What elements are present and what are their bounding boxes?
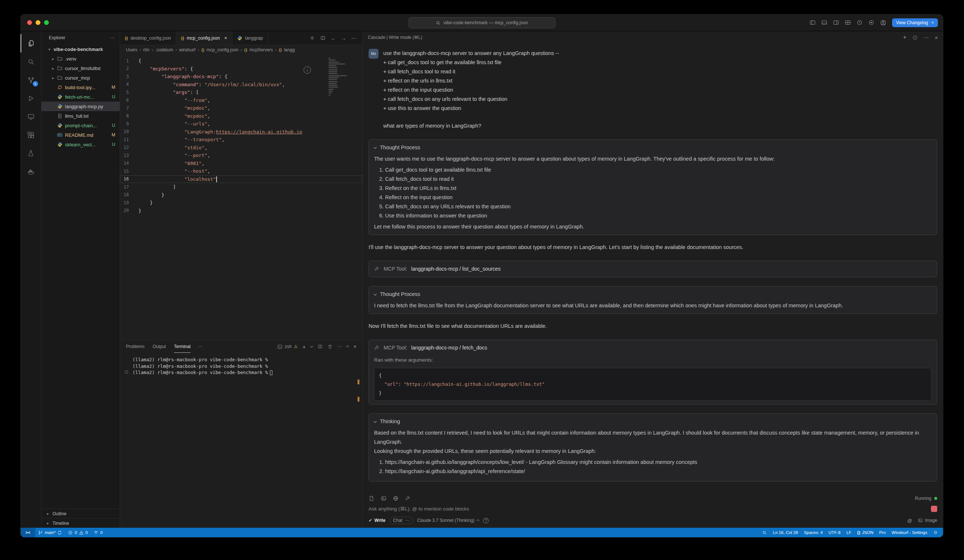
breadcrumb-item-rlm[interactable]: rlm (143, 47, 150, 52)
activity-extensions[interactable] (21, 126, 41, 144)
zoom-indicator[interactable] (759, 528, 770, 537)
remote-indicator[interactable]: >< (21, 528, 35, 537)
code-line-14[interactable]: 14 "8081", (120, 159, 362, 167)
activity-explorer[interactable] (21, 34, 41, 52)
sidebar-section-outline[interactable]: ▸ Outline (41, 509, 120, 518)
file-tree-item-sklearn-vect[interactable]: sklearn_vect...U (41, 140, 120, 149)
panel-tab-problems[interactable]: Problems (126, 340, 145, 353)
dismiss-changelog-icon[interactable]: × (931, 20, 934, 25)
panel-more-tabs-icon[interactable]: ⋯ (198, 344, 202, 349)
image-icon[interactable] (381, 495, 386, 501)
chat-mode-toggle[interactable]: Chat ⋯ (389, 517, 413, 524)
stop-button[interactable] (931, 506, 937, 512)
tab-langgrap[interactable]: langgrap (232, 31, 268, 45)
code-line-11[interactable]: 11 "--transport", (120, 136, 362, 144)
activity-remote-explorer[interactable] (21, 107, 41, 126)
file-tree-item-prompt-chain[interactable]: prompt-chain...U (41, 121, 120, 130)
notifications-indicator[interactable] (930, 528, 941, 537)
activity-testing[interactable] (21, 144, 41, 162)
activity-docker[interactable] (21, 162, 41, 181)
explorer-more-actions-icon[interactable]: ⋯ (110, 35, 114, 41)
zoom-window-button[interactable] (44, 20, 49, 25)
model-selector[interactable]: Claude 3.7 Sonnet (Thinking) (417, 518, 479, 523)
write-mode-toggle[interactable]: ✓ Write (368, 518, 386, 523)
breadcrumb-item-windsurf[interactable]: windsurf (179, 47, 195, 52)
code-line-7[interactable]: 7 "mcpdoc", (120, 104, 362, 112)
terminal-profile[interactable]: zsh ⚠ (277, 344, 298, 349)
trash-icon[interactable] (327, 344, 332, 349)
code-line-18[interactable]: 18 } (120, 191, 362, 199)
code-line-19[interactable]: 19 } (120, 199, 362, 207)
activity-search[interactable] (21, 52, 41, 71)
view-changelog-button[interactable]: View Changelog × (892, 18, 938, 27)
indentation-indicator[interactable]: Spaces: 4 (801, 528, 826, 537)
code-line-10[interactable]: 10 "LangGraph:https://langchain-ai.githu… (120, 128, 362, 136)
code-line-20[interactable]: 20} (120, 207, 362, 215)
more-actions-icon[interactable]: ⋯ (351, 35, 357, 41)
add-image-button[interactable]: Image (918, 518, 937, 523)
panel-tab-terminal[interactable]: Terminal (174, 340, 191, 353)
sync-icon[interactable] (57, 530, 62, 535)
code-line-8[interactable]: 8 "mcpdoc", (120, 112, 362, 120)
close-window-button[interactable] (27, 20, 32, 25)
toggle-sidebar-left-icon[interactable] (809, 19, 816, 26)
code-line-3[interactable]: 3 "langgraph-docs-mcp": { (120, 73, 362, 81)
breadcrumb-item-mcpservers[interactable]: mcpServers (250, 47, 273, 52)
minimize-window-button[interactable] (36, 20, 41, 25)
tools-icon[interactable] (405, 495, 411, 501)
close-panel-icon[interactable]: × (353, 344, 357, 349)
mcp-tool-box-2[interactable]: MCP Tool: langgraph-docs-mcp / fetch_doc… (368, 339, 937, 404)
chat-input[interactable] (368, 506, 931, 511)
breadcrumb-item-mcp-config-json[interactable]: mcp_config.json (207, 47, 239, 52)
activity-source-control[interactable]: 5 (21, 71, 41, 89)
globe-icon[interactable] (393, 495, 399, 501)
navigate-back-icon[interactable]: ← (331, 35, 336, 41)
code-line-9[interactable]: 9 "--urls", (120, 120, 362, 128)
code-line-1[interactable]: 1{ (120, 57, 362, 65)
sidebar-section-timeline[interactable]: ▸ Timeline (41, 518, 120, 528)
file-tree-item-build-tool-ipy[interactable]: build-tool.ipy...M (41, 83, 120, 92)
close-tab-icon[interactable]: × (224, 35, 227, 41)
code-line-5[interactable]: 5 "args": [ (120, 88, 362, 96)
ports-indicator[interactable]: 0 (91, 528, 105, 537)
navigate-forward-icon[interactable]: → (341, 35, 346, 41)
breadcrumb-item-codeium[interactable]: .codeium (155, 47, 173, 52)
cursor-position-indicator[interactable]: Ln 16, Col 28 (770, 528, 801, 537)
mcp-tool-box-1[interactable]: MCP Tool: langgraph-docs-mcp / list_doc_… (368, 261, 937, 277)
activity-run-debug[interactable] (21, 89, 41, 107)
new-terminal-icon[interactable]: + (303, 344, 306, 350)
history-clock-icon[interactable] (857, 19, 863, 26)
code-line-13[interactable]: 13 "--port", (120, 151, 362, 159)
thinking-header[interactable]: Thinking (374, 417, 932, 426)
file-tree-item-readme-md[interactable]: README.mdM (41, 130, 120, 140)
code-line-15[interactable]: 15 "--host", (120, 167, 362, 175)
file-tree-item-cursor-llmsfulltxt[interactable]: ▸cursor_llmsfulltxt (41, 63, 120, 73)
tab-mcp-config-json[interactable]: {}mcp_config.json× (176, 31, 232, 45)
attach-file-icon[interactable] (368, 495, 375, 501)
cascade-more-icon[interactable]: ⋯ (923, 34, 929, 41)
usage-gauge-icon[interactable] (868, 19, 874, 26)
plan-indicator[interactable]: Pro (876, 528, 889, 537)
code-line-12[interactable]: 12 "stdio", (120, 144, 362, 152)
account-avatar-icon[interactable] (880, 19, 887, 26)
problems-indicator[interactable]: 0 0 (65, 528, 91, 537)
tab-desktop-config-json[interactable]: {}desktop_config.json (120, 31, 176, 45)
conversation-history-icon[interactable] (912, 35, 918, 41)
thought-process-header[interactable]: Thought Process (374, 143, 932, 152)
customize-layout-icon[interactable] (845, 19, 851, 26)
git-branch-indicator[interactable]: main* (35, 528, 65, 537)
gear-icon[interactable] (309, 35, 315, 41)
code-line-4[interactable]: 4 "command": "/Users/rlm/.local/bin/uvx"… (120, 81, 362, 89)
titlebar[interactable]: vibe-code-benchmark — mcp_config.json Vi… (21, 14, 943, 31)
help-icon[interactable]: ? (483, 518, 489, 523)
mention-icon[interactable]: @ (907, 518, 912, 523)
file-tree-item-venv[interactable]: ▸.venv (41, 54, 120, 63)
file-tree-item-langgraph-mcp-py[interactable]: langgraph-mcp.py (41, 102, 120, 111)
terminal-body[interactable]: (llama2) rlm@rs-macbook-pro vibe-code-be… (120, 353, 362, 528)
terminal-dropdown-icon[interactable] (310, 344, 313, 347)
split-editor-icon[interactable] (320, 35, 326, 41)
code-line-2[interactable]: 2 "mcpServers": { (120, 65, 362, 73)
breadcrumb[interactable]: Users›rlm›.codeium›windsurf›{}mcp_config… (120, 45, 362, 55)
code-line-17[interactable]: 17 ] (120, 183, 362, 191)
encoding-indicator[interactable]: UTF-8 (826, 528, 843, 537)
